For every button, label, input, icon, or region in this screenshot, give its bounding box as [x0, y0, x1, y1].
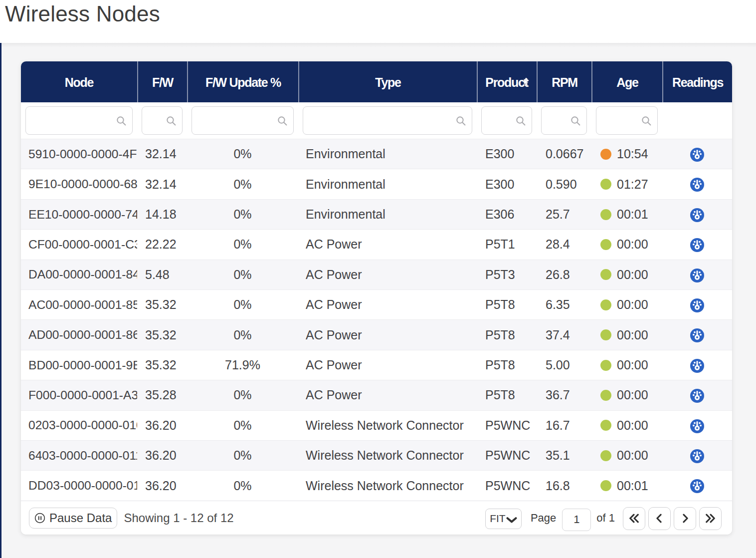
table-row[interactable]: AD00-0000-0001-8663 35.32 0% AC Power P5…: [21, 319, 732, 349]
sidebar-accent-strip: [0, 43, 1, 558]
cell-node: F000-0000-0001-A33C: [21, 380, 137, 410]
table-row[interactable]: CF00-0000-0001-C35B 22.22 0% AC Power P5…: [21, 229, 732, 259]
cell-type: AC Power: [298, 260, 477, 289]
fw-filter-input[interactable]: [142, 106, 183, 135]
table-row[interactable]: AC00-0000-0001-8557 35.32 0% AC Power P5…: [21, 289, 732, 319]
last-page-button[interactable]: [699, 507, 722, 530]
readings-gauge-icon[interactable]: [690, 178, 704, 192]
readings-gauge-icon[interactable]: [690, 148, 704, 162]
table-row[interactable]: 9E10-0000-0000-6863 32.14 0% Environment…: [21, 169, 732, 199]
cell-node: DD03-0000-0000-012A: [21, 470, 137, 500]
column-header-fw-update[interactable]: F/W Update %: [187, 61, 298, 102]
column-header-readings[interactable]: Readings: [662, 61, 732, 102]
table-row[interactable]: EE10-0000-0000-7447 14.18 0% Environment…: [21, 199, 732, 229]
next-page-button[interactable]: [674, 507, 696, 530]
table-row[interactable]: F000-0000-0001-A33C 35.28 0% AC Power P5…: [21, 380, 732, 410]
cell-readings: [662, 470, 732, 500]
cell-fw: 32.14: [137, 169, 187, 199]
cell-rpm: 5.00: [537, 350, 591, 380]
cell-age: 10:54: [591, 139, 662, 169]
column-header-fw[interactable]: F/W: [137, 61, 187, 102]
cell-age: 00:00: [591, 440, 662, 470]
age-status-dot: [600, 149, 611, 160]
cell-product: P5WNC: [477, 410, 537, 440]
cell-fw-update: 0%: [187, 260, 298, 289]
cell-fw-update: 0%: [187, 199, 298, 229]
cell-node: 6403-0000-0000-0117: [21, 440, 137, 470]
readings-gauge-icon[interactable]: [690, 298, 704, 312]
cell-readings: [662, 440, 732, 470]
previous-page-button[interactable]: [648, 507, 671, 530]
cell-rpm: 16.8: [537, 470, 591, 500]
page-number-input[interactable]: [562, 509, 591, 531]
cell-node: EE10-0000-0000-7447: [21, 199, 137, 229]
cell-type: AC Power: [298, 350, 477, 380]
first-page-button[interactable]: [623, 507, 645, 530]
table-row[interactable]: 5910-0000-0000-4FB0 32.14 0% Environment…: [21, 139, 732, 169]
fw-update-filter-input[interactable]: [191, 106, 294, 135]
cell-node: 0203-0000-0000-0103: [21, 410, 137, 440]
age-status-dot: [600, 239, 611, 250]
product-filter-input[interactable]: [481, 106, 532, 135]
chevron-left-icon: [653, 512, 666, 525]
double-chevron-right-icon: [704, 512, 717, 525]
page-count-label: of 1: [596, 512, 615, 525]
age-status-dot: [600, 299, 611, 310]
cell-rpm: 37.4: [537, 319, 591, 349]
table-row[interactable]: 0203-0000-0000-0103 36.20 0% Wireless Ne…: [21, 410, 732, 440]
cell-age: 00:00: [591, 410, 662, 440]
age-status-dot: [600, 480, 611, 491]
cell-rpm: 36.7: [537, 380, 591, 410]
column-header-node[interactable]: Node: [21, 61, 137, 102]
wireless-nodes-table: Node F/W F/W Update % Type Product RPM A…: [21, 61, 732, 501]
rpm-filter-input[interactable]: [541, 106, 587, 135]
cell-node: 9E10-0000-0000-6863: [21, 169, 137, 199]
title-bar: Wireless Nodes: [0, 0, 756, 43]
age-status-dot: [600, 450, 611, 461]
mouse-cursor: [523, 78, 530, 87]
table-row[interactable]: 6403-0000-0000-0117 36.20 0% Wireless Ne…: [21, 440, 732, 470]
cell-fw-update: 0%: [187, 229, 298, 259]
readings-gauge-icon[interactable]: [690, 238, 704, 252]
node-filter-input[interactable]: [25, 106, 133, 135]
cell-type: Wireless Network Connector: [298, 410, 477, 440]
cell-fw: 32.14: [137, 139, 187, 169]
page-size-select[interactable]: FIT: [485, 509, 522, 529]
cell-readings: [662, 139, 732, 169]
readings-gauge-icon[interactable]: [690, 419, 704, 433]
cell-fw: 14.18: [137, 199, 187, 229]
table-row[interactable]: BD00-0000-0001-9B04 35.32 71.9% AC Power…: [21, 350, 732, 380]
cell-fw-update: 0%: [187, 470, 298, 500]
cell-type: Environmental: [298, 139, 477, 169]
readings-gauge-icon[interactable]: [690, 269, 704, 282]
column-header-rpm[interactable]: RPM: [537, 61, 591, 102]
cell-fw: 36.20: [137, 410, 187, 440]
type-filter-input[interactable]: [303, 106, 472, 135]
readings-gauge-icon[interactable]: [690, 359, 704, 373]
cell-product: P5T1: [477, 229, 537, 259]
cell-age: 00:00: [591, 380, 662, 410]
readings-gauge-icon[interactable]: [690, 208, 704, 222]
double-chevron-left-icon: [628, 512, 640, 525]
column-header-age[interactable]: Age: [591, 61, 662, 102]
cell-fw-update: 71.9%: [187, 350, 298, 380]
cell-age: 00:00: [591, 350, 662, 380]
pause-data-button[interactable]: Pause Data: [29, 508, 117, 529]
age-status-dot: [600, 179, 611, 190]
readings-gauge-icon[interactable]: [690, 449, 704, 463]
cell-fw: 5.48: [137, 260, 187, 289]
age-filter-input[interactable]: [596, 106, 658, 135]
cell-age: 00:00: [591, 319, 662, 349]
pause-icon: [34, 513, 45, 524]
table-row[interactable]: DD03-0000-0000-012A 36.20 0% Wireless Ne…: [21, 470, 732, 500]
readings-gauge-icon[interactable]: [690, 328, 704, 342]
table-row[interactable]: DA00-0000-0001-8442 5.48 0% AC Power P5T…: [21, 260, 732, 289]
showing-range-text: Showing 1 - 12 of 12: [124, 511, 233, 525]
cell-readings: [662, 199, 732, 229]
age-status-dot: [600, 269, 611, 280]
cell-age: 00:01: [591, 470, 662, 500]
cell-fw: 22.22: [137, 229, 187, 259]
readings-gauge-icon[interactable]: [690, 389, 704, 403]
column-header-type[interactable]: Type: [298, 61, 477, 102]
readings-gauge-icon[interactable]: [690, 479, 704, 493]
